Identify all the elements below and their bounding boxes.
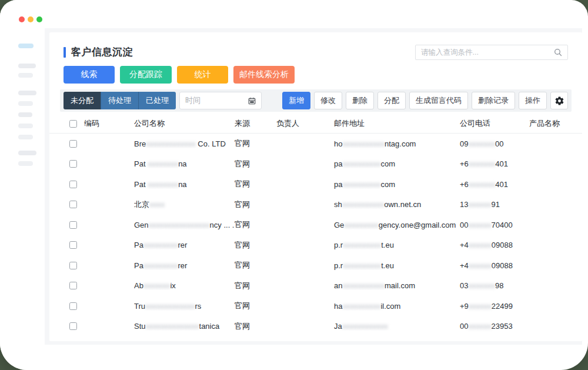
action-button-3[interactable]: 删除 xyxy=(346,92,374,109)
redacted-text: xxxxxxxxxx xyxy=(342,159,380,168)
row-checkbox[interactable] xyxy=(69,302,77,310)
cell-email: p.rxxxxxxxxxxt.eu xyxy=(334,261,460,270)
status-tabs: 未分配待处理已处理 xyxy=(64,92,176,109)
redacted-text: xxxxxxxxx xyxy=(143,261,178,270)
cell-phone: +4xxxxxx09088 xyxy=(460,241,529,249)
redacted-text: xxxxxxx xyxy=(469,159,496,168)
sidebar-skeleton-item-active[interactable] xyxy=(18,44,34,48)
cell-email: Gexxxxxxxxxgency.one@gmail.com xyxy=(334,221,460,229)
row-checkbox[interactable] xyxy=(69,262,77,269)
module-button-1[interactable]: 线索 xyxy=(64,66,115,84)
close-window-button[interactable] xyxy=(19,16,25,22)
date-placeholder: 时间 xyxy=(185,95,248,106)
row-checkbox[interactable] xyxy=(69,282,77,289)
table-row[interactable]: Brexxxxxxxxxxxxx Co. LTD官网hoxxxxxxxxxxxn… xyxy=(64,134,568,154)
table-row[interactable]: Paxxxxxxxxxrer官网p.rxxxxxxxxxxt.eu+4xxxxx… xyxy=(64,235,568,256)
cell-source: 官网 xyxy=(235,260,276,271)
table-row[interactable]: Pat xxxxxxxxna官网paxxxxxxxxxxcom+6xxxxxxx… xyxy=(64,174,568,195)
cell-company-name: 北京xxxx xyxy=(134,199,235,210)
redacted-text: xxxxxxxxxxxxx xyxy=(145,302,195,311)
cell-phone: +9xxxxxx22499 xyxy=(460,302,529,311)
sidebar xyxy=(0,0,45,370)
module-button-2[interactable]: 分配跟踪 xyxy=(120,66,172,84)
minimize-window-button[interactable] xyxy=(28,16,34,22)
page-title: 客户信息沉淀 xyxy=(71,45,133,59)
redacted-text: xxxxxxxxxx xyxy=(343,241,381,249)
cell-source: 官网 xyxy=(235,199,276,210)
row-checkbox[interactable] xyxy=(69,160,77,168)
status-tab-2[interactable]: 待处理 xyxy=(101,92,138,109)
status-tab-3[interactable]: 已处理 xyxy=(138,92,176,109)
sidebar-skeleton-item xyxy=(18,101,33,106)
column-header-2: 公司名称 xyxy=(134,118,235,129)
action-button-5[interactable]: 生成留言代码 xyxy=(409,92,468,109)
sidebar-skeleton-item xyxy=(18,151,36,155)
redacted-text: xxxxxx xyxy=(468,200,491,209)
calendar-icon xyxy=(248,97,256,105)
row-checkbox[interactable] xyxy=(69,201,77,208)
redacted-text: xxxxxxxxxx xyxy=(343,261,381,270)
cell-company-name: Brexxxxxxxxxxxxx Co. LTD xyxy=(134,139,235,148)
table-row[interactable]: Paxxxxxxxxxrer官网p.rxxxxxxxxxxt.eu+4xxxxx… xyxy=(64,255,568,276)
cell-phone: 00xxxxxx23953 xyxy=(460,322,529,331)
sidebar-skeleton-item xyxy=(18,135,33,139)
maximize-window-button[interactable] xyxy=(36,16,42,22)
redacted-text: xxxxxxxx xyxy=(148,180,178,189)
cell-source: 官网 xyxy=(235,219,276,230)
row-checkbox[interactable] xyxy=(69,241,77,249)
table-row[interactable]: Abxxxxxxxix官网anxxxxxxxxxxxmail.com03xxxx… xyxy=(64,276,568,296)
cell-company-name: Paxxxxxxxxxrer xyxy=(134,241,235,249)
settings-button[interactable] xyxy=(550,92,568,109)
action-button-6[interactable]: 删除记录 xyxy=(472,92,515,109)
column-header-6: 公司电话 xyxy=(460,118,529,129)
status-tab-1[interactable]: 未分配 xyxy=(64,92,101,109)
action-button-7[interactable]: 操作 xyxy=(519,92,547,109)
redacted-text: xxxxxxxxxxx xyxy=(342,139,385,148)
row-checkbox[interactable] xyxy=(69,140,77,148)
table-row[interactable]: Pat xxxxxxxxna官网paxxxxxxxxxxcom+6xxxxxxx… xyxy=(64,154,568,175)
row-checkbox[interactable] xyxy=(69,181,77,188)
table-row[interactable]: Truxxxxxxxxxxxxxrs官网haxxxxxxxxxxil.com+9… xyxy=(64,296,568,316)
table-row[interactable]: Genxxxxxxxxxxxxxxxxncy ... .官网Gexxxxxxxx… xyxy=(64,215,568,235)
cell-phone: 13xxxxxx91 xyxy=(460,200,529,209)
sidebar-skeleton-item xyxy=(18,124,33,128)
column-header-5: 邮件地址 xyxy=(334,118,460,129)
search-icon[interactable] xyxy=(554,48,562,56)
cell-company-name: Stuxxxxxxxxxxxxxxtanica xyxy=(134,322,235,331)
table-row[interactable]: 北京xxxx官网shxxxxxxxxxxxown.net.cn13xxxxxx9… xyxy=(64,195,568,215)
redacted-text: xxxxxx xyxy=(469,261,492,270)
cell-company-name: Pat xxxxxxxxna xyxy=(134,180,235,189)
action-button-1[interactable]: 新增 xyxy=(282,92,310,109)
redacted-text: xxxxxxxx xyxy=(148,159,178,168)
cell-source: 官网 xyxy=(235,138,276,149)
cell-source: 官网 xyxy=(235,159,276,169)
table-row[interactable]: Stuxxxxxxxxxxxxxxtanica官网Jaxxxxxxxxxxxx0… xyxy=(64,316,568,337)
content-backdrop: 客户信息沉淀 线索分配跟踪统计邮件线索分析 未分配待处理已处理 时间 xyxy=(45,28,582,345)
cell-phone: 03xxxxxxx98 xyxy=(460,281,529,290)
redacted-text: xxxxxxxxxx xyxy=(342,180,380,189)
title-accent-bar xyxy=(64,47,66,58)
action-button-4[interactable]: 分配 xyxy=(377,92,406,109)
action-button-2[interactable]: 修改 xyxy=(314,92,342,109)
cell-source: 官网 xyxy=(235,301,276,311)
redacted-text: xxxxxxxxxxx xyxy=(342,200,385,209)
cell-company-name: Abxxxxxxxix xyxy=(134,281,235,290)
table-header: 编码公司名称来源负责人邮件地址公司电话产品名称 xyxy=(49,114,582,134)
search-box[interactable] xyxy=(415,45,568,60)
redacted-text: xxxxxxxxxxxxxxxx xyxy=(149,221,210,229)
module-button-4[interactable]: 邮件线索分析 xyxy=(233,66,295,84)
module-button-3[interactable]: 统计 xyxy=(177,66,228,84)
select-all-checkbox[interactable] xyxy=(69,120,77,128)
sidebar-skeleton-item xyxy=(18,112,32,117)
table-body: Brexxxxxxxxxxxxx Co. LTD官网hoxxxxxxxxxxxn… xyxy=(64,134,568,336)
cell-phone: +6xxxxxxx401 xyxy=(460,180,529,189)
row-checkbox[interactable] xyxy=(69,322,77,330)
window-controls xyxy=(19,16,42,22)
search-input[interactable] xyxy=(421,48,554,56)
cell-phone: 09xxxxxxx00 xyxy=(460,139,529,148)
column-header-4: 负责人 xyxy=(276,118,334,129)
cell-email: p.rxxxxxxxxxxt.eu xyxy=(334,241,460,249)
row-checkbox[interactable] xyxy=(69,221,77,229)
cell-source: 官网 xyxy=(235,179,276,189)
date-filter[interactable]: 时间 xyxy=(179,92,262,109)
